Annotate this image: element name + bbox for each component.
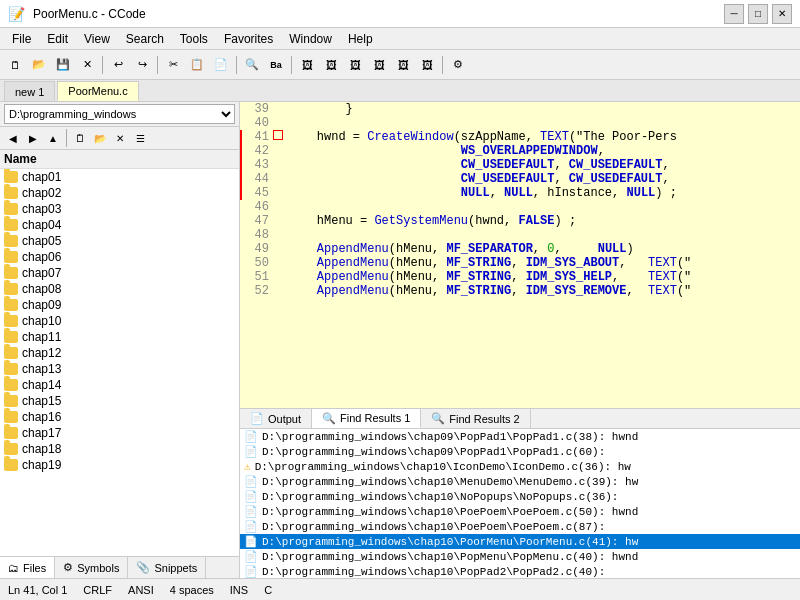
replace-button[interactable]: Ba <box>265 54 287 76</box>
folder-icon <box>4 331 18 343</box>
toolbar-separator-1 <box>102 56 103 74</box>
code-editor[interactable]: 39 }4041 hwnd = CreateWindow(szAppName, … <box>240 102 800 408</box>
menu-search[interactable]: Search <box>118 30 172 48</box>
view-button[interactable]: ☰ <box>131 129 149 147</box>
new-folder-button[interactable]: 🗒 <box>71 129 89 147</box>
line-number: 39 <box>241 102 271 116</box>
paste-button[interactable]: 📄 <box>210 54 232 76</box>
list-item[interactable]: chap02 <box>0 185 239 201</box>
btn11[interactable]: ⚙ <box>447 54 469 76</box>
code-content <box>286 116 800 130</box>
code-content <box>286 200 800 214</box>
line-number: 44 <box>241 172 271 186</box>
title-bar-left: 📝 PoorMenu.c - CCode <box>8 6 146 22</box>
bottom-tab-find1[interactable]: 🔍 Find Results 1 <box>312 409 421 428</box>
list-item[interactable]: chap03 <box>0 201 239 217</box>
list-item[interactable]: 📄D:\programming_windows\chap09\PopPad1\P… <box>240 444 800 459</box>
btn10[interactable]: 🖼 <box>416 54 438 76</box>
list-item[interactable]: 📄D:\programming_windows\chap10\PoePoem\P… <box>240 519 800 534</box>
menu-window[interactable]: Window <box>281 30 340 48</box>
list-item[interactable]: chap10 <box>0 313 239 329</box>
menu-help[interactable]: Help <box>340 30 381 48</box>
forward-button[interactable]: ▶ <box>24 129 42 147</box>
list-item[interactable]: chap01 <box>0 169 239 185</box>
line-marker <box>271 130 286 144</box>
bottom-tab-find2[interactable]: 🔍 Find Results 2 <box>421 409 530 428</box>
delete-button[interactable]: ✕ <box>111 129 129 147</box>
menu-file[interactable]: File <box>4 30 39 48</box>
sidebar-tab-snippets[interactable]: 📎 Snippets <box>128 557 206 578</box>
list-item[interactable]: chap19 <box>0 457 239 473</box>
menu-view[interactable]: View <box>76 30 118 48</box>
file-icon: 📄 <box>244 445 258 458</box>
result-path: D:\programming_windows\chap10\MenuDemo\M… <box>262 476 638 488</box>
btn6[interactable]: 🖼 <box>320 54 342 76</box>
new-button[interactable]: 🗒 <box>4 54 26 76</box>
code-line: 42 WS_OVERLAPPEDWINDOW, <box>241 144 800 158</box>
list-item[interactable]: chap17 <box>0 425 239 441</box>
bottom-tab-output[interactable]: 📄 Output <box>240 409 312 428</box>
folder-icon <box>4 171 18 183</box>
tab-new1[interactable]: new 1 <box>4 81 55 101</box>
list-item[interactable]: chap12 <box>0 345 239 361</box>
menu-tools[interactable]: Tools <box>172 30 216 48</box>
btn7[interactable]: 🖼 <box>344 54 366 76</box>
cut-button[interactable]: ✂ <box>162 54 184 76</box>
up-button[interactable]: ▲ <box>44 129 62 147</box>
list-item[interactable]: 📄D:\programming_windows\chap09\PopPad1\P… <box>240 429 800 444</box>
folder-icon <box>4 459 18 471</box>
list-item[interactable]: chap07 <box>0 265 239 281</box>
list-item[interactable]: chap09 <box>0 297 239 313</box>
folder-open-button[interactable]: 📂 <box>91 129 109 147</box>
minimize-button[interactable]: ─ <box>724 4 744 24</box>
code-content: WS_OVERLAPPEDWINDOW, <box>286 144 800 158</box>
sidebar-tab-files[interactable]: 🗂 Files <box>0 557 55 578</box>
list-item[interactable]: 📄D:\programming_windows\chap10\PopPad2\P… <box>240 564 800 578</box>
list-item[interactable]: chap13 <box>0 361 239 377</box>
list-item[interactable]: chap06 <box>0 249 239 265</box>
undo-button[interactable]: ↩ <box>107 54 129 76</box>
list-item[interactable]: 📄D:\programming_windows\chap10\NoPopups\… <box>240 489 800 504</box>
menu-edit[interactable]: Edit <box>39 30 76 48</box>
list-item[interactable]: ⚠D:\programming_windows\chap10\IconDemo\… <box>240 459 800 474</box>
result-path: D:\programming_windows\chap10\PoePoem\Po… <box>262 506 638 518</box>
maximize-button[interactable]: □ <box>748 4 768 24</box>
code-table: 39 }4041 hwnd = CreateWindow(szAppName, … <box>240 102 800 298</box>
file-icon: 📄 <box>244 430 258 443</box>
list-item[interactable]: 📄D:\programming_windows\chap10\MenuDemo\… <box>240 474 800 489</box>
list-item[interactable]: chap08 <box>0 281 239 297</box>
list-item[interactable]: chap04 <box>0 217 239 233</box>
list-item[interactable]: chap14 <box>0 377 239 393</box>
line-marker <box>271 172 286 186</box>
open-button[interactable]: 📂 <box>28 54 50 76</box>
copy-button[interactable]: 📋 <box>186 54 208 76</box>
list-item[interactable]: 📄D:\programming_windows\chap10\PoorMenu\… <box>240 534 800 549</box>
list-item[interactable]: 📄D:\programming_windows\chap10\PopMenu\P… <box>240 549 800 564</box>
result-path: D:\programming_windows\chap09\PopPad1\Po… <box>262 431 638 443</box>
code-scroll[interactable]: 39 }4041 hwnd = CreateWindow(szAppName, … <box>240 102 800 408</box>
save-button[interactable]: 💾 <box>52 54 74 76</box>
sidebar-tab-symbols[interactable]: ⚙ Symbols <box>55 557 128 578</box>
list-item[interactable]: chap05 <box>0 233 239 249</box>
close-file-button[interactable]: ✕ <box>76 54 98 76</box>
back-button[interactable]: ◀ <box>4 129 22 147</box>
btn5[interactable]: 🖼 <box>296 54 318 76</box>
path-dropdown[interactable]: D:\programming_windows <box>4 104 235 124</box>
bottom-pane: 📄 Output 🔍 Find Results 1 🔍 Find Results… <box>240 408 800 578</box>
close-button[interactable]: ✕ <box>772 4 792 24</box>
line-marker <box>271 116 286 130</box>
redo-button[interactable]: ↪ <box>131 54 153 76</box>
list-item[interactable]: chap16 <box>0 409 239 425</box>
search-button[interactable]: 🔍 <box>241 54 263 76</box>
list-item[interactable]: chap18 <box>0 441 239 457</box>
list-item[interactable]: 📄D:\programming_windows\chap10\PoePoem\P… <box>240 504 800 519</box>
list-item[interactable]: chap11 <box>0 329 239 345</box>
menu-favorites[interactable]: Favorites <box>216 30 281 48</box>
btn8[interactable]: 🖼 <box>368 54 390 76</box>
folder-icon <box>4 395 18 407</box>
btn9[interactable]: 🖼 <box>392 54 414 76</box>
list-item[interactable]: chap15 <box>0 393 239 409</box>
line-marker <box>271 270 286 284</box>
tab-poormenu[interactable]: PoorMenu.c <box>57 81 138 101</box>
title-bar: 📝 PoorMenu.c - CCode ─ □ ✕ <box>0 0 800 28</box>
